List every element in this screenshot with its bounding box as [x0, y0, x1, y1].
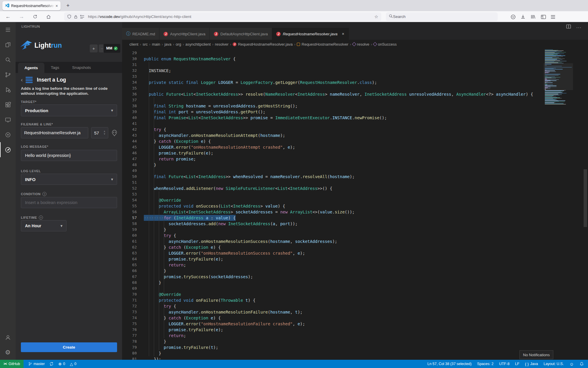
line-number[interactable]: 56 — [122, 209, 137, 215]
sidebar-tab-agents[interactable]: Agents — [18, 63, 44, 73]
line-number[interactable]: 55 — [122, 203, 137, 209]
code-line[interactable]: 42 try { — [122, 127, 588, 132]
editor-tab[interactable]: JAsyncHttpClient.java — [159, 28, 210, 40]
line-number[interactable]: 36 — [122, 91, 137, 97]
code-line[interactable]: 75 LOGGER.error("onHostnameResolutionFai… — [122, 321, 588, 327]
scrollbar-thumb[interactable] — [584, 169, 587, 227]
code-line[interactable]: 71 protected void onFailure(Throwable t)… — [122, 297, 588, 303]
code-line[interactable]: 64 promise.tryFailure(e); — [122, 256, 588, 262]
code-line[interactable]: 32 INSTANCE; — [122, 68, 588, 74]
new-tab-button[interactable]: + — [64, 2, 72, 9]
code-line[interactable]: 40 final Promise<List<InetSocketAddress>… — [122, 115, 588, 121]
breadcrumb-item[interactable]: client — [129, 42, 138, 47]
pocket-icon[interactable] — [509, 13, 517, 20]
status-spaces-2[interactable]: Spaces: 2 — [477, 362, 494, 366]
code-line[interactable]: 31 — [122, 62, 588, 68]
line-number[interactable]: 47 — [122, 156, 137, 162]
code-line[interactable]: 78 } — [122, 339, 588, 344]
breadcrumb-item[interactable]: main — [152, 42, 160, 47]
activity-source-control-icon[interactable] — [0, 67, 16, 82]
menu-icon[interactable] — [549, 13, 557, 20]
line-number[interactable]: 42 — [122, 127, 137, 132]
activity-lightrun-icon[interactable] — [0, 142, 16, 157]
line-number[interactable]: 61 — [122, 238, 137, 244]
lock-icon[interactable] — [74, 15, 78, 19]
activity-run-debug-icon[interactable] — [0, 82, 16, 97]
bookmark-star-icon[interactable]: ☆ — [374, 14, 378, 19]
help-icon[interactable]: ? — [39, 216, 43, 220]
code-line[interactable]: 55 protected void onSuccess(List<InetAdd… — [122, 203, 588, 209]
activity-account-icon[interactable] — [0, 330, 16, 345]
code-line[interactable]: 66 } — [122, 268, 588, 274]
line-number[interactable]: 68 — [122, 280, 137, 286]
status-layout-u-s-[interactable]: Layout: U.S. — [544, 362, 564, 366]
tab-close-icon[interactable]: × — [342, 32, 344, 36]
code-line[interactable]: 74 } catch (Exception e) { — [122, 315, 588, 321]
line-number[interactable]: 75 — [122, 321, 137, 327]
code-line[interactable]: 29 — [122, 50, 588, 56]
line-number[interactable]: 52 — [122, 185, 137, 191]
breadcrumb-item[interactable]: org — [176, 42, 181, 47]
back-chevron-icon[interactable]: ‹ — [21, 77, 23, 83]
code-line[interactable]: 65 return; — [122, 262, 588, 268]
status-sync[interactable] — [49, 362, 54, 366]
line-number[interactable]: 46 — [122, 150, 137, 156]
code-line[interactable]: 35 — [122, 85, 588, 91]
status-feedback[interactable]: ☺ — [569, 362, 574, 367]
code-line[interactable]: 59 } — [122, 227, 588, 233]
breadcrumb-item[interactable]: asynchttpclient — [185, 42, 211, 47]
line-number[interactable]: 77 — [122, 333, 137, 339]
line-number[interactable]: 44 — [122, 138, 137, 144]
code-line[interactable]: 51 — [122, 180, 588, 185]
line-number[interactable]: 38 — [122, 103, 137, 109]
line-number[interactable]: 59 — [122, 227, 137, 233]
status-utf-8[interactable]: UTF-8 — [499, 362, 509, 366]
home-icon[interactable] — [45, 13, 52, 20]
code-line[interactable]: 63 LOGGER.error("onHostnameResolutionSuc… — [122, 250, 588, 256]
code-line[interactable]: 46 promise.tryFailure(e); — [122, 150, 588, 156]
breadcrumb-item[interactable]: resolver — [215, 42, 229, 47]
code-line[interactable]: 67 promise.trySuccess(socketAddresses); — [122, 274, 588, 280]
line-number[interactable]: 32 — [122, 68, 137, 74]
code-line[interactable]: 62 } catch (Exception e) { — [122, 244, 588, 250]
activity-settings-icon[interactable]: ⚙ — [0, 345, 16, 360]
activity-feedback-icon[interactable] — [0, 127, 16, 142]
line-number[interactable]: 70 — [122, 291, 137, 297]
activity-menu-icon[interactable] — [0, 22, 16, 37]
editor-tab[interactable]: ⓘREADME.md — [122, 28, 159, 40]
editor-more-actions-icon[interactable]: ··· — [576, 25, 582, 30]
code-line[interactable]: 53 — [122, 191, 588, 197]
condition-input[interactable]: Insert a boolean expression — [21, 197, 117, 208]
code-line[interactable]: 52 whenResolved.addListener(new SimpleFu… — [122, 185, 588, 191]
line-number[interactable]: 79 — [122, 344, 137, 350]
code-editor[interactable]: 2930public enum RequestHostnameResolver … — [122, 49, 588, 360]
line-number[interactable]: 35 — [122, 85, 137, 91]
add-agent-button[interactable]: + — [90, 44, 98, 52]
code-line[interactable]: 77 return; — [122, 333, 588, 339]
user-badge[interactable]: MM ✓ — [104, 44, 120, 53]
code-line[interactable]: 47 return promise; — [122, 156, 588, 162]
code-line[interactable]: 76 promise.tryFailure(e); — [122, 327, 588, 333]
log-message-input[interactable]: Hello world {expression} — [21, 150, 117, 161]
status-bell[interactable] — [579, 362, 584, 366]
activity-explorer-icon[interactable] — [0, 37, 16, 52]
browser-search-input[interactable]: Search — [386, 12, 498, 21]
code-location-pin-icon[interactable] — [111, 130, 118, 138]
status-braces[interactable]: { }Java — [525, 362, 538, 366]
line-number[interactable]: 29 — [122, 50, 137, 56]
filename-input[interactable]: RequestHostnameResolver.ja — [21, 127, 88, 138]
browser-tab[interactable]: RequestHostnameResolver.java × — [2, 1, 61, 10]
line-number[interactable]: 45 — [122, 144, 137, 150]
editor-tab[interactable]: JRequestHostnameResolver.java× — [272, 28, 349, 40]
back-icon[interactable]: ← — [4, 13, 12, 20]
code-line[interactable]: 79 promise.tryFailure(t); — [122, 344, 588, 350]
line-number[interactable]: 48 — [122, 162, 137, 168]
tab-close-icon[interactable]: × — [56, 4, 58, 8]
line-number[interactable]: 58 — [122, 221, 137, 227]
breadcrumb-item[interactable]: src — [143, 42, 148, 47]
line-number[interactable]: 74 — [122, 315, 137, 321]
line-number[interactable]: 72 — [122, 303, 137, 309]
line-number[interactable]: 39 — [122, 109, 137, 115]
code-line[interactable]: 54 @Override — [122, 197, 588, 203]
create-button[interactable]: Create — [21, 342, 117, 352]
